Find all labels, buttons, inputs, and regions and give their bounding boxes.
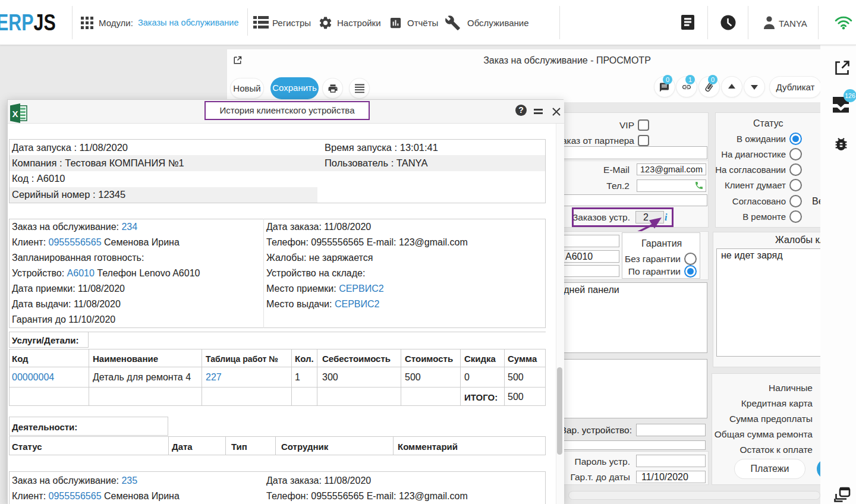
svg-text:X: X (12, 109, 18, 119)
